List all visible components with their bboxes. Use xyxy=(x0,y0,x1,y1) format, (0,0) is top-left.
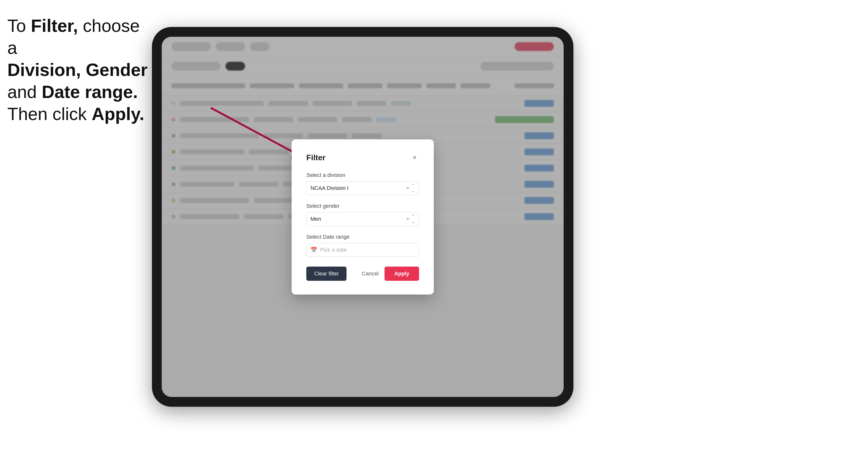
modal-overlay: Filter × Select a division NCAA Division… xyxy=(162,37,564,397)
division-form-group: Select a division NCAA Division I × ⌃⌄ xyxy=(306,172,419,195)
instruction-filter-bold: Filter, xyxy=(31,16,78,35)
modal-title: Filter xyxy=(306,153,326,162)
gender-arrow-icon: ⌃⌄ xyxy=(411,214,415,224)
instruction-apply-bold: Apply. xyxy=(92,104,144,124)
calendar-icon: 📅 xyxy=(310,247,317,253)
instruction-daterange-bold: Date range. xyxy=(42,82,138,102)
instruction-text: To Filter, choose a Division, Gender and… xyxy=(7,15,150,125)
gender-label: Select gender xyxy=(306,203,419,209)
division-value: NCAA Division I xyxy=(310,185,406,191)
instruction-division-gender-bold: Division, Gender xyxy=(7,60,148,80)
date-label: Select Date range xyxy=(306,234,419,240)
division-clear-icon[interactable]: × xyxy=(406,185,409,191)
filter-modal: Filter × Select a division NCAA Division… xyxy=(291,139,434,294)
gender-form-group: Select gender Men × ⌃⌄ xyxy=(306,203,419,226)
gender-value: Men xyxy=(310,216,406,222)
date-placeholder: Pick a date xyxy=(320,247,347,253)
clear-filter-button[interactable]: Clear filter xyxy=(306,267,346,281)
tablet-frame: Filter × Select a division NCAA Division… xyxy=(152,27,574,407)
modal-footer: Clear filter Cancel Apply xyxy=(306,267,419,281)
division-label: Select a division xyxy=(306,172,419,178)
date-input[interactable]: 📅 Pick a date xyxy=(306,243,419,257)
close-icon: × xyxy=(413,154,416,161)
tablet-screen: Filter × Select a division NCAA Division… xyxy=(162,37,564,397)
apply-button[interactable]: Apply xyxy=(384,267,419,281)
division-arrow-icon: ⌃⌄ xyxy=(411,183,415,193)
date-form-group: Select Date range 📅 Pick a date xyxy=(306,234,419,257)
modal-header: Filter × xyxy=(306,153,419,162)
division-select[interactable]: NCAA Division I × ⌃⌄ xyxy=(306,181,419,195)
gender-select[interactable]: Men × ⌃⌄ xyxy=(306,212,419,226)
modal-close-button[interactable]: × xyxy=(410,153,419,162)
gender-clear-icon[interactable]: × xyxy=(406,216,409,222)
cancel-button[interactable]: Cancel xyxy=(362,271,378,277)
